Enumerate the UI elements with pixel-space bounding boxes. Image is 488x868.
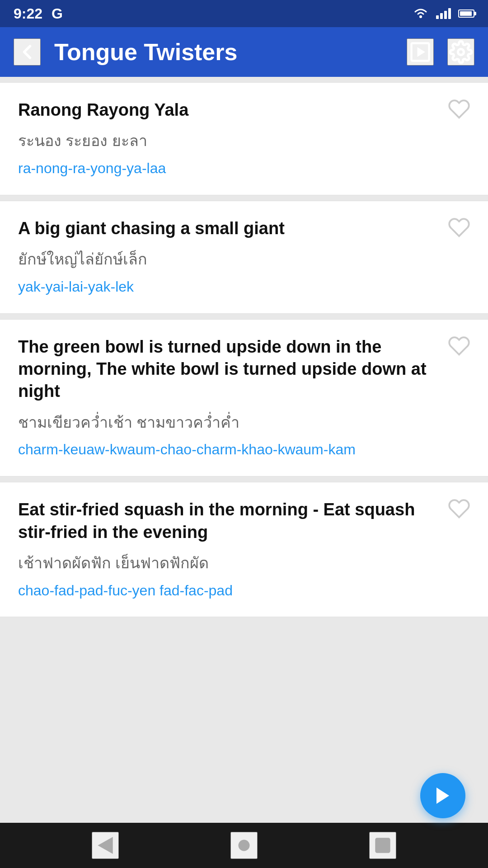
list-item: Eat stir-fried squash in the morning - E…: [0, 482, 488, 617]
content-area: Ranong Rayong Yala ระนอง ระยอง ยะลา ra-n…: [0, 77, 488, 823]
page-title: Tongue Twisters: [54, 38, 393, 66]
battery-icon: [458, 9, 474, 18]
status-bar: 9:22 G: [0, 0, 488, 27]
card-phonetic: ra-nong-ra-yong-ya-laa: [18, 158, 470, 179]
list-item: A big giant chasing a small giant ยักษ์ใ…: [0, 201, 488, 314]
svg-marker-2: [418, 47, 425, 57]
list-item: Ranong Rayong Yala ระนอง ระยอง ยะลา ra-n…: [0, 82, 488, 195]
svg-point-3: [458, 49, 464, 55]
card-title: A big giant chasing a small giant: [18, 217, 470, 240]
nav-back-button[interactable]: [92, 832, 119, 859]
favorite-button[interactable]: [446, 496, 472, 521]
card-phonetic: charm-keuaw-kwaum-chao-charm-khao-kwaum-…: [18, 439, 470, 460]
app-bar: Tongue Twisters: [0, 27, 488, 77]
nav-home-button[interactable]: [230, 832, 258, 859]
card-title: Eat stir-fried squash in the morning - E…: [18, 499, 470, 543]
card-title: The green bowl is turned upside down in …: [18, 336, 470, 403]
fab-play-button[interactable]: [420, 773, 465, 818]
signal-icon: [436, 8, 451, 19]
settings-button[interactable]: [447, 38, 474, 66]
card-thai: เช้าฟาดผัดฟัก เย็นฟาดฟักผัด: [18, 552, 470, 574]
play-button[interactable]: [407, 38, 434, 66]
favorite-button[interactable]: [446, 96, 472, 122]
card-thai: ระนอง ระยอง ยะลา: [18, 130, 470, 152]
svg-rect-7: [375, 838, 390, 853]
card-phonetic: chao-fad-pad-fuc-yen fad-fac-pad: [18, 580, 470, 601]
nav-recent-button[interactable]: [369, 832, 396, 859]
favorite-button[interactable]: [446, 333, 472, 359]
svg-marker-4: [436, 788, 449, 804]
card-title: Ranong Rayong Yala: [18, 99, 470, 121]
favorite-button[interactable]: [446, 215, 472, 240]
svg-marker-5: [98, 837, 113, 854]
card-phonetic: yak-yai-lai-yak-lek: [18, 277, 470, 297]
card-thai: ชามเขียวคว่ำเช้า ชามขาวคว่ำค่ำ: [18, 412, 470, 434]
wifi-icon: [413, 6, 429, 21]
google-icon: G: [52, 5, 63, 22]
bottom-navigation: [0, 823, 488, 868]
svg-point-6: [238, 840, 249, 851]
card-thai: ยักษ์ใหญ่ไล่ยักษ์เล็ก: [18, 249, 470, 270]
list-item: The green bowl is turned upside down in …: [0, 319, 488, 477]
back-button[interactable]: [14, 38, 41, 66]
svg-point-0: [419, 15, 422, 18]
status-time: 9:22: [14, 5, 42, 22]
